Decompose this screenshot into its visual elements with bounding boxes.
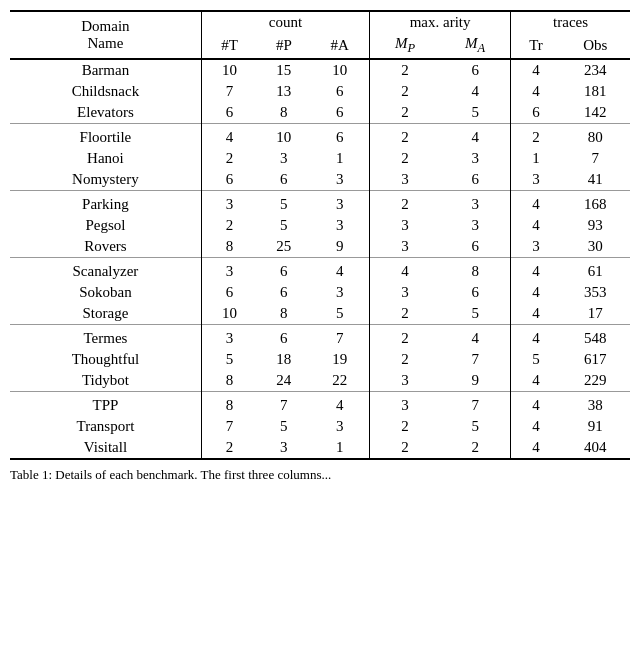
- cell-value: 229: [561, 370, 630, 392]
- cell-domain: Termes: [10, 325, 201, 350]
- cell-value: 4: [511, 303, 561, 325]
- cell-value: 3: [310, 215, 369, 236]
- cell-value: 17: [561, 303, 630, 325]
- cell-value: 548: [561, 325, 630, 350]
- cell-value: 6: [440, 59, 511, 81]
- cell-value: 4: [511, 370, 561, 392]
- cell-value: 5: [440, 102, 511, 124]
- data-table: DomainName count max. arity traces #T #P…: [10, 10, 630, 460]
- cell-value: 4: [511, 191, 561, 216]
- col-tr: Tr: [511, 33, 561, 59]
- cell-value: 5: [310, 303, 369, 325]
- cell-value: 91: [561, 416, 630, 437]
- table-row: Tidybot82422394229: [10, 370, 630, 392]
- cell-value: 2: [369, 124, 440, 149]
- cell-value: 13: [257, 81, 310, 102]
- table-row: Termes367244548: [10, 325, 630, 350]
- table-row: Barman101510264234: [10, 59, 630, 81]
- cell-value: 2: [511, 124, 561, 149]
- cell-value: 2: [369, 349, 440, 370]
- col-a: #A: [310, 33, 369, 59]
- cell-value: 3: [310, 416, 369, 437]
- cell-value: 8: [201, 236, 257, 258]
- cell-domain: Thoughtful: [10, 349, 201, 370]
- cell-value: 4: [511, 59, 561, 81]
- cell-value: 24: [257, 370, 310, 392]
- cell-value: 6: [310, 81, 369, 102]
- cell-value: 3: [310, 282, 369, 303]
- cell-value: 19: [310, 349, 369, 370]
- cell-value: 2: [369, 148, 440, 169]
- cell-value: 2: [369, 416, 440, 437]
- col-domain: DomainName: [10, 11, 201, 59]
- cell-value: 7: [310, 325, 369, 350]
- cell-value: 1: [310, 148, 369, 169]
- cell-value: 142: [561, 102, 630, 124]
- cell-value: 4: [511, 81, 561, 102]
- cell-value: 4: [201, 124, 257, 149]
- cell-domain: Pegsol: [10, 215, 201, 236]
- table-row: Visitall231224404: [10, 437, 630, 459]
- cell-value: 2: [201, 215, 257, 236]
- cell-domain: Floortile: [10, 124, 201, 149]
- cell-domain: Nomystery: [10, 169, 201, 191]
- table-row: Sokoban663364353: [10, 282, 630, 303]
- table-row: TPP87437438: [10, 392, 630, 417]
- cell-value: 5: [511, 349, 561, 370]
- table-container: DomainName count max. arity traces #T #P…: [10, 10, 630, 484]
- cell-value: 4: [369, 258, 440, 283]
- cell-value: 4: [310, 392, 369, 417]
- cell-value: 4: [511, 258, 561, 283]
- table-row: Parking353234168: [10, 191, 630, 216]
- cell-value: 41: [561, 169, 630, 191]
- cell-value: 3: [310, 169, 369, 191]
- cell-value: 3: [440, 148, 511, 169]
- cell-value: 617: [561, 349, 630, 370]
- col-mp: MP: [369, 33, 440, 59]
- col-group-arity: max. arity: [369, 11, 510, 33]
- cell-value: 22: [310, 370, 369, 392]
- cell-value: 2: [201, 437, 257, 459]
- cell-value: 5: [257, 215, 310, 236]
- cell-value: 2: [369, 437, 440, 459]
- cell-value: 4: [440, 81, 511, 102]
- cell-value: 8: [201, 370, 257, 392]
- cell-value: 80: [561, 124, 630, 149]
- cell-domain: Barman: [10, 59, 201, 81]
- cell-value: 7: [440, 392, 511, 417]
- table-row: Elevators686256142: [10, 102, 630, 124]
- table-row: Rovers825936330: [10, 236, 630, 258]
- cell-domain: Parking: [10, 191, 201, 216]
- cell-domain: TPP: [10, 392, 201, 417]
- cell-value: 3: [310, 191, 369, 216]
- cell-value: 3: [440, 215, 511, 236]
- cell-value: 2: [440, 437, 511, 459]
- cell-value: 1: [310, 437, 369, 459]
- cell-value: 3: [440, 191, 511, 216]
- cell-value: 6: [310, 102, 369, 124]
- table-row: Nomystery66336341: [10, 169, 630, 191]
- table-row: Scanalyzer36448461: [10, 258, 630, 283]
- cell-value: 1: [511, 148, 561, 169]
- cell-value: 3: [511, 169, 561, 191]
- cell-value: 404: [561, 437, 630, 459]
- cell-value: 4: [310, 258, 369, 283]
- cell-value: 6: [440, 282, 511, 303]
- cell-value: 8: [201, 392, 257, 417]
- cell-value: 10: [257, 124, 310, 149]
- cell-value: 2: [201, 148, 257, 169]
- cell-value: 3: [369, 169, 440, 191]
- col-group-traces: traces: [511, 11, 630, 33]
- cell-value: 6: [201, 282, 257, 303]
- cell-value: 7: [561, 148, 630, 169]
- header-row-1: DomainName count max. arity traces: [10, 11, 630, 33]
- table-row: Transport75325491: [10, 416, 630, 437]
- cell-value: 8: [257, 102, 310, 124]
- col-ma: MA: [440, 33, 511, 59]
- cell-value: 25: [257, 236, 310, 258]
- cell-value: 2: [369, 102, 440, 124]
- col-p: #P: [257, 33, 310, 59]
- col-t: #T: [201, 33, 257, 59]
- table-row: Floortile410624280: [10, 124, 630, 149]
- cell-value: 2: [369, 191, 440, 216]
